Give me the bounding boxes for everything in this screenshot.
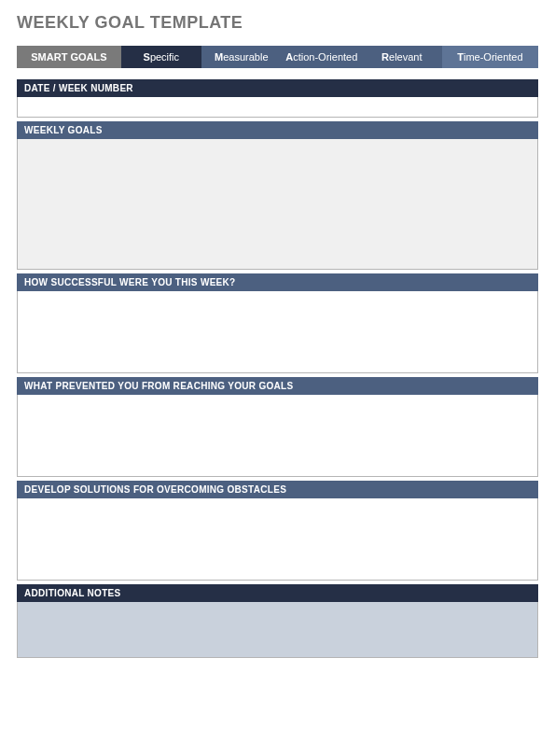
smart-relevant-initial: R <box>382 51 389 63</box>
smart-specific: Specific <box>121 46 201 68</box>
smart-specific-rest: pecific <box>150 51 179 63</box>
section-notes-header: ADDITIONAL NOTES <box>17 584 538 602</box>
section-date-header: DATE / WEEK NUMBER <box>17 79 538 97</box>
smart-relevant: Relevant <box>362 46 442 68</box>
smart-goals-label: SMART GOALS <box>17 46 121 68</box>
section-date: DATE / WEEK NUMBER <box>17 79 538 118</box>
section-success: HOW SUCCESSFUL WERE YOU THIS WEEK? <box>17 273 538 373</box>
section-prevented: WHAT PREVENTED YOU FROM REACHING YOUR GO… <box>17 377 538 477</box>
smart-action-rest: ction-Oriented <box>293 51 357 63</box>
page-title: WEEKLY GOAL TEMPLATE <box>17 13 538 33</box>
section-goals: WEEKLY GOALS <box>17 121 538 270</box>
section-solutions-body[interactable] <box>17 498 538 581</box>
smart-time: Time-Oriented <box>442 46 538 68</box>
section-prevented-body[interactable] <box>17 395 538 477</box>
smart-time-rest: ime-Oriented <box>464 51 523 63</box>
section-solutions-header: DEVELOP SOLUTIONS FOR OVERCOMING OBSTACL… <box>17 481 538 498</box>
section-notes: ADDITIONAL NOTES <box>17 584 538 658</box>
smart-goals-bar: SMART GOALS Specific Measurable Action-O… <box>17 46 538 68</box>
smart-time-initial: T <box>457 51 464 63</box>
smart-measurable-initial: M <box>215 51 223 63</box>
smart-action: Action-Oriented <box>282 46 362 68</box>
section-goals-body[interactable] <box>17 139 538 270</box>
section-success-body[interactable] <box>17 291 538 373</box>
smart-relevant-rest: elevant <box>389 51 422 63</box>
section-notes-body[interactable] <box>17 602 538 658</box>
smart-measurable: Measurable <box>201 46 282 68</box>
smart-measurable-rest: easurable <box>223 51 268 63</box>
section-solutions: DEVELOP SOLUTIONS FOR OVERCOMING OBSTACL… <box>17 481 538 581</box>
section-date-body[interactable] <box>17 97 538 118</box>
section-success-header: HOW SUCCESSFUL WERE YOU THIS WEEK? <box>17 273 538 291</box>
smart-action-initial: A <box>285 51 293 63</box>
smart-specific-initial: S <box>144 51 150 63</box>
section-goals-header: WEEKLY GOALS <box>17 121 538 139</box>
section-prevented-header: WHAT PREVENTED YOU FROM REACHING YOUR GO… <box>17 377 538 395</box>
